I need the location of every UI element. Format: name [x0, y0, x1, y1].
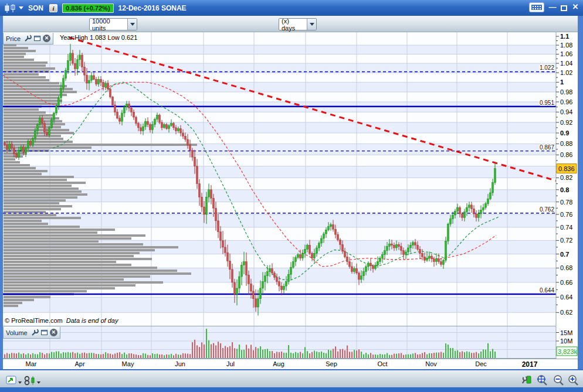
- volume-bar: [121, 354, 123, 358]
- chart-display-settings-button[interactable]: [521, 374, 533, 386]
- price-axis-label: 0.8: [560, 186, 569, 193]
- candle: [464, 212, 466, 218]
- candle: [417, 245, 419, 249]
- candle: [401, 247, 402, 251]
- symbol-dropdown-icon[interactable]: [19, 6, 23, 9]
- candle: [300, 255, 301, 258]
- candle: [412, 243, 414, 246]
- volume-bar: [389, 355, 390, 358]
- candle: [199, 184, 201, 197]
- window-right-border: [578, 16, 583, 388]
- volume-bar: [262, 350, 263, 358]
- candle: [485, 204, 487, 207]
- volume-bar: [114, 353, 116, 358]
- candle: [265, 276, 266, 282]
- candle: [248, 275, 250, 284]
- close-button[interactable]: ✕: [571, 2, 579, 12]
- dropdown-caret-icon[interactable]: [18, 381, 22, 384]
- volume-bar: [494, 352, 496, 358]
- volume-bar: [309, 353, 310, 358]
- volume-bar: [16, 353, 17, 358]
- level-price-label: 0.644: [540, 287, 554, 294]
- volume-bar: [272, 351, 273, 358]
- volume-profile-bar: [4, 161, 20, 163]
- units-combobox[interactable]: 10000 units: [89, 18, 137, 30]
- price-axis-label: 0.66: [560, 279, 572, 286]
- volume-profile-bar: [4, 123, 65, 125]
- candle: [49, 128, 50, 135]
- volume-bar: [98, 354, 99, 358]
- volume-profile-bar: [4, 146, 91, 149]
- zoom-out-button[interactable]: [552, 374, 565, 386]
- candle: [433, 259, 435, 262]
- export-chart-button[interactable]: [6, 376, 22, 386]
- volume-bar: [286, 353, 287, 358]
- candle: [35, 131, 36, 138]
- candle: [365, 267, 367, 271]
- volume-bar: [473, 353, 474, 358]
- dropdown-caret-icon[interactable]: [37, 381, 40, 384]
- volume-chart[interactable]: 15M10M3,823k: [0, 326, 578, 359]
- candle: [396, 244, 398, 248]
- candle: [424, 257, 426, 260]
- volume-bar: [180, 354, 181, 358]
- candle: [16, 154, 18, 157]
- restore-panel-icon[interactable]: [41, 330, 48, 335]
- price-panel-tab[interactable]: Price ✕: [3, 33, 53, 45]
- volume-bar: [459, 352, 460, 358]
- wrench-icon[interactable]: [31, 329, 39, 336]
- candle: [457, 207, 459, 211]
- timeframe-combobox[interactable]: (x) days: [279, 18, 317, 30]
- zoom-in-button[interactable]: [567, 374, 580, 386]
- candle: [119, 118, 121, 121]
- volume-profile-bar: [4, 132, 74, 134]
- candle: [173, 124, 175, 128]
- price-axis-label: 0.92: [560, 119, 572, 126]
- candle: [67, 60, 69, 70]
- volume-bar: [13, 353, 15, 358]
- volume-bar: [410, 354, 411, 358]
- info-button[interactable]: i: [49, 4, 57, 12]
- wrench-icon[interactable]: [24, 35, 32, 42]
- candle: [274, 273, 276, 277]
- volume-bar: [131, 353, 132, 358]
- price-chart[interactable]: 1.11.081.061.041.0210.980.960.940.920.90…: [0, 32, 578, 326]
- volume-bar: [208, 340, 209, 358]
- candle: [30, 141, 32, 145]
- volume-bar: [448, 345, 449, 358]
- keyboard-icon[interactable]: [529, 2, 544, 12]
- candle: [462, 214, 463, 218]
- volume-bar: [304, 347, 306, 358]
- close-panel-icon[interactable]: ✕: [50, 329, 57, 336]
- candle: [185, 136, 187, 139]
- volume-bar: [42, 353, 43, 358]
- candle: [82, 55, 83, 67]
- volume-bar: [452, 348, 453, 358]
- volume-bar: [422, 353, 423, 358]
- candle: [375, 265, 377, 269]
- close-panel-icon[interactable]: ✕: [43, 35, 50, 42]
- candle: [448, 224, 449, 241]
- volume-panel-tab[interactable]: Volume ✕: [3, 327, 60, 339]
- units-dropdown-icon[interactable]: [127, 19, 137, 30]
- candle: [241, 265, 243, 277]
- volume-bar: [408, 354, 409, 358]
- candle: [182, 133, 184, 136]
- zoom-custom-button[interactable]: [535, 374, 549, 386]
- volume-bar: [46, 353, 48, 358]
- volume-bar: [133, 354, 134, 358]
- maximize-button[interactable]: [561, 5, 567, 11]
- volume-bar: [283, 353, 284, 358]
- candle: [28, 141, 29, 148]
- timeframe-dropdown-icon[interactable]: [307, 19, 316, 30]
- volume-bar: [354, 350, 355, 358]
- linked-charts-button[interactable]: [23, 376, 40, 386]
- restore-panel-icon[interactable]: [34, 36, 40, 41]
- volume-bar: [110, 354, 111, 358]
- candle: [426, 258, 428, 261]
- volume-bar: [347, 346, 348, 358]
- volume-bar: [124, 353, 125, 358]
- level-price-label: 0.867: [540, 144, 554, 151]
- volume-profile-bar: [4, 176, 74, 178]
- minimize-button[interactable]: —: [548, 2, 557, 12]
